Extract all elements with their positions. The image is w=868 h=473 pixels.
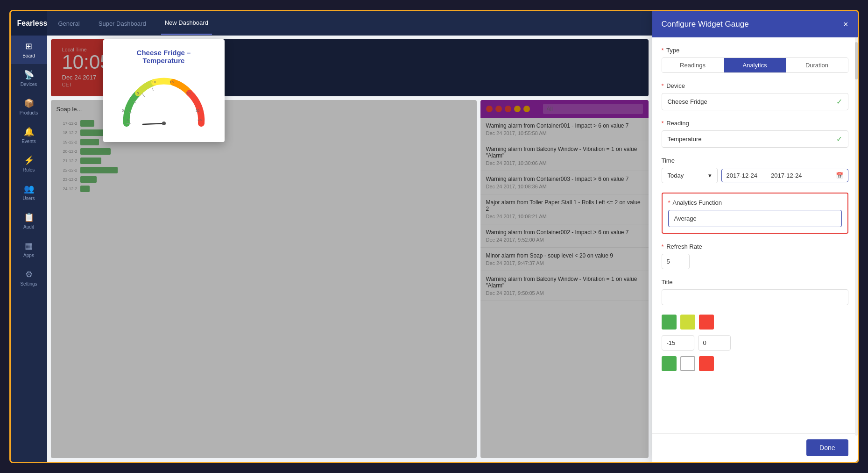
sidebar-item-apps[interactable]: ▦ Apps: [11, 235, 47, 264]
device-input[interactable]: Cheese Fridge ✓: [662, 93, 848, 110]
devices-icon: 📡: [24, 70, 34, 80]
sidebar-item-events[interactable]: 🔔 Events: [11, 121, 47, 150]
app-logo[interactable]: Fearless ▾: [11, 11, 47, 36]
alarm-dot-yellow: [514, 106, 521, 112]
range-min-input[interactable]: [662, 335, 694, 351]
svg-line-10: [152, 88, 153, 91]
device-section: * Device Cheese Fridge ✓: [662, 82, 848, 110]
gauge-card-title: Cheese Fridge –Temperature: [113, 49, 215, 64]
configure-footer: Done: [652, 433, 858, 462]
sidebar-item-audit[interactable]: 📋 Audit: [11, 207, 47, 235]
sidebar-item-label: Events: [21, 139, 36, 144]
sidebar-item-label: Audit: [23, 224, 34, 229]
sidebar-item-users[interactable]: 👥 Users: [11, 178, 47, 207]
time-select[interactable]: Today ▾: [662, 168, 718, 183]
list-item: Warning alarm from Balcony Window - Vibr…: [480, 141, 649, 171]
sidebar-item-board[interactable]: ⊞ Board: [11, 36, 47, 64]
gauge-card: Cheese Fridge –Temperature: [103, 39, 225, 142]
users-icon: 👥: [24, 184, 34, 194]
sidebar: Fearless ▾ ⊞ Board 📡 Devices 📦 Products …: [11, 11, 47, 462]
sidebar-item-products[interactable]: 📦 Products: [11, 93, 47, 121]
board-icon: ⊞: [25, 41, 32, 51]
range-inputs: [662, 335, 848, 351]
bar-row: 21-12-2: [56, 158, 471, 164]
scrollbar-track[interactable]: [855, 37, 858, 436]
app-name: Fearless: [17, 19, 48, 28]
color-swatch-yellow[interactable]: [680, 315, 695, 330]
events-icon: 🔔: [24, 127, 34, 137]
svg-line-9: [141, 93, 144, 97]
svg-text:20: 20: [186, 91, 191, 95]
tab-general[interactable]: General: [55, 13, 84, 35]
sidebar-item-label: Devices: [21, 82, 37, 87]
date-range[interactable]: 2017-12-24 — 2017-12-24 📅: [721, 169, 848, 182]
range-zero-input[interactable]: [698, 335, 731, 351]
sidebar-item-label: Settings: [20, 281, 37, 287]
reading-input[interactable]: Temperature ✓: [662, 130, 848, 148]
tab-new-dashboard[interactable]: New Dashboard: [161, 12, 212, 35]
configure-body: * Type Readings Analytics Duration * Dev…: [652, 37, 858, 433]
color-swatches-top: [662, 315, 848, 330]
calendar-icon: 📅: [836, 172, 843, 179]
title-input[interactable]: [662, 289, 848, 305]
type-btn-duration[interactable]: Duration: [786, 58, 848, 72]
analytics-label: * Analytics Function: [668, 199, 842, 206]
alarm-dot-purple: [533, 106, 539, 112]
type-section: * Type Readings Analytics Duration: [662, 47, 848, 73]
time-label: Time: [662, 157, 848, 164]
alarm-dot-red3: [505, 106, 511, 112]
configure-header: Configure Widget Gauge ×: [652, 11, 858, 37]
check-icon: ✓: [836, 135, 842, 143]
scrollbar-thumb[interactable]: [855, 42, 858, 79]
type-label: * Type: [662, 47, 848, 54]
color-swatch-green2[interactable]: [662, 356, 677, 371]
title-label: Title: [662, 279, 848, 286]
refresh-rate-input[interactable]: [662, 254, 690, 269]
sidebar-item-settings[interactable]: ⚙ Settings: [11, 264, 47, 292]
list-item: Warning alarm from Container003 - Impact…: [480, 171, 649, 194]
svg-text:0: 0: [127, 118, 130, 122]
bar-row: 22-12-2: [56, 167, 471, 173]
device-label: * Device: [662, 82, 848, 89]
list-item: Major alarm from Toller Paper Stall 1 - …: [480, 194, 649, 224]
close-button[interactable]: ×: [843, 20, 848, 29]
bar-row: 20-12-2: [56, 148, 471, 155]
svg-text:5: 5: [137, 91, 139, 95]
main-area: General Super Dashboard New Dashboard Lo…: [47, 11, 652, 462]
svg-text:10: 10: [152, 80, 156, 84]
alarm-filter-bar: [480, 100, 649, 118]
rules-icon: ⚡: [24, 155, 34, 165]
time-section: Time Today ▾ 2017-12-24 — 2017-12-24 📅: [662, 157, 848, 183]
gauge-overlay: Cheese Fridge –Temperature: [103, 39, 225, 142]
time-row: Today ▾ 2017-12-24 — 2017-12-24 📅: [662, 168, 848, 183]
chevron-down-icon: ▾: [708, 172, 712, 179]
bar-row: 24-12-2: [56, 186, 471, 192]
products-icon: 📦: [24, 98, 34, 108]
list-item: Warning alarm from Balcony Window - Vibr…: [480, 271, 649, 301]
type-buttons: Readings Analytics Duration: [662, 57, 848, 73]
color-swatch-red[interactable]: [699, 315, 714, 330]
bar-row: 23-12-2: [56, 176, 471, 183]
sidebar-item-label: Apps: [23, 253, 34, 258]
color-swatch-white[interactable]: [680, 356, 695, 371]
color-swatch-green[interactable]: [662, 315, 677, 330]
alarm-icons: [486, 106, 539, 112]
list-item: Warning alarm from Container002 - Impact…: [480, 224, 649, 248]
type-btn-analytics[interactable]: Analytics: [724, 58, 786, 72]
analytics-function-input[interactable]: [668, 210, 842, 227]
configure-panel: Configure Widget Gauge × * Type Readings…: [652, 11, 858, 462]
svg-text:-5: -5: [121, 109, 124, 112]
alarm-dot-red2: [495, 106, 502, 112]
color-swatch-red2[interactable]: [699, 356, 714, 371]
done-button[interactable]: Done: [806, 439, 848, 456]
analytics-section: * Analytics Function: [662, 193, 848, 234]
sidebar-item-label: Users: [22, 196, 35, 201]
svg-point-20: [162, 122, 166, 125]
tab-super-dashboard[interactable]: Super Dashboard: [95, 13, 150, 35]
alarm-dot-yellow2: [523, 106, 530, 112]
chart-area: Soap le... 17-12-2 18-12-2 19-: [51, 100, 477, 458]
type-btn-readings[interactable]: Readings: [662, 58, 724, 72]
sidebar-item-devices[interactable]: 📡 Devices: [11, 64, 47, 93]
alarm-filter-input[interactable]: [543, 104, 643, 114]
sidebar-item-rules[interactable]: ⚡ Rules: [11, 150, 47, 178]
